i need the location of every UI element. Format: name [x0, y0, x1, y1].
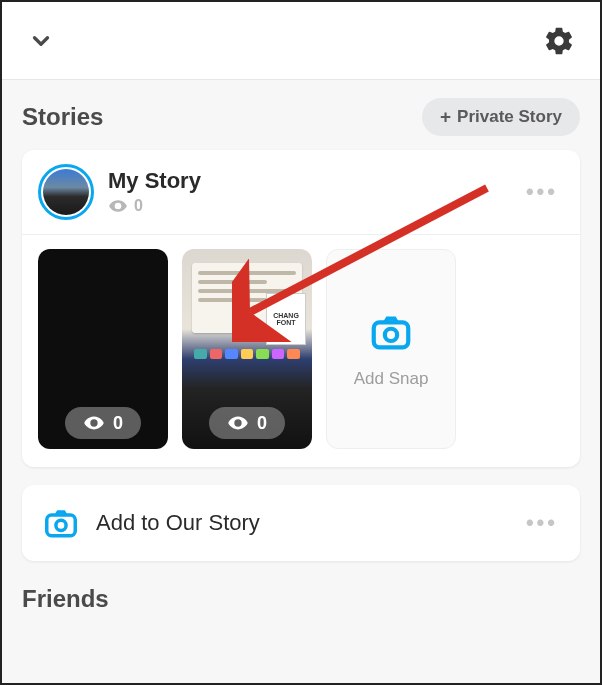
my-story-header[interactable]: My Story 0 •••: [22, 150, 580, 235]
my-story-view-number: 0: [134, 197, 143, 215]
snap-view-number: 0: [257, 413, 267, 434]
snap-view-badge: 0: [209, 407, 285, 439]
our-story-label: Add to Our Story: [96, 510, 520, 536]
stories-title: Stories: [22, 103, 103, 131]
snap-photo-book: CHANG FONT: [266, 293, 306, 345]
svg-point-1: [385, 329, 397, 341]
my-story-viewcount: 0: [108, 196, 520, 216]
svg-rect-2: [47, 515, 76, 536]
svg-rect-0: [374, 322, 409, 347]
camera-icon: [38, 503, 84, 543]
chevron-down-icon[interactable]: [26, 26, 56, 56]
friends-section: Friends: [2, 579, 600, 613]
add-to-our-story-button[interactable]: Add to Our Story •••: [22, 485, 580, 561]
add-snap-label: Add Snap: [354, 369, 429, 389]
camera-icon: [368, 309, 414, 359]
gear-icon[interactable]: [542, 24, 576, 58]
eye-icon: [83, 412, 105, 434]
eye-icon: [227, 412, 249, 434]
my-story-avatar[interactable]: [38, 164, 94, 220]
stories-section: Stories + Private Story My Story 0 •••: [2, 80, 600, 561]
my-story-card: My Story 0 ••• 0 CHANG FON: [22, 150, 580, 467]
more-icon[interactable]: •••: [520, 179, 564, 205]
my-story-text: My Story 0: [108, 168, 520, 216]
eye-icon: [108, 196, 128, 216]
top-bar: [2, 2, 600, 80]
snap-row: 0 CHANG FONT 0: [22, 235, 580, 467]
snap-photo-dock: [194, 349, 300, 359]
snap-view-number: 0: [113, 413, 123, 434]
private-story-button[interactable]: + Private Story: [422, 98, 580, 136]
my-story-title: My Story: [108, 168, 520, 194]
snap-thumbnail[interactable]: 0: [38, 249, 168, 449]
more-icon[interactable]: •••: [520, 510, 564, 536]
add-snap-button[interactable]: Add Snap: [326, 249, 456, 449]
friends-title: Friends: [22, 585, 580, 613]
svg-point-3: [56, 520, 66, 530]
avatar-image: [43, 169, 89, 215]
private-story-label: Private Story: [457, 107, 562, 127]
our-story-card: Add to Our Story •••: [22, 485, 580, 561]
stories-header: Stories + Private Story: [22, 98, 580, 136]
snap-thumbnail[interactable]: CHANG FONT 0: [182, 249, 312, 449]
plus-icon: +: [440, 106, 451, 128]
snap-view-badge: 0: [65, 407, 141, 439]
